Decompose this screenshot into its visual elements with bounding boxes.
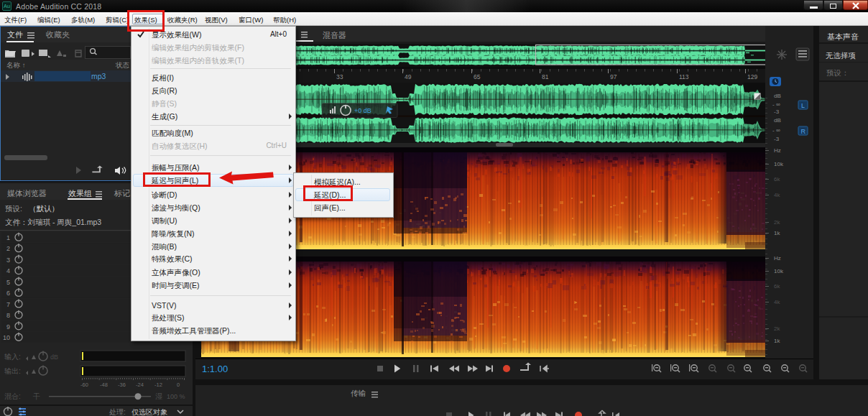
svg-text:3: 3: [6, 256, 10, 264]
svg-text:-60: -60: [80, 382, 88, 388]
svg-text:干: 干: [32, 392, 40, 400]
svg-text:113: 113: [679, 73, 689, 80]
svg-text:65: 65: [474, 73, 481, 80]
svg-text:6k: 6k: [774, 283, 780, 290]
svg-text:7: 7: [6, 301, 10, 308]
svg-text:10k: 10k: [774, 161, 784, 167]
svg-text:- ∞: - ∞: [772, 101, 780, 108]
svg-text:1k: 1k: [774, 230, 780, 236]
svg-text:dB: dB: [50, 353, 58, 361]
svg-text:Hz: Hz: [774, 147, 781, 154]
svg-text:- ∞: - ∞: [772, 127, 780, 134]
svg-text:仅选区对象: 仅选区对象: [131, 408, 167, 416]
svg-text:-12: -12: [154, 382, 162, 388]
svg-text:33: 33: [336, 73, 343, 80]
svg-text:4: 4: [6, 267, 10, 274]
svg-text:L: L: [801, 102, 805, 109]
svg-text:输入:: 输入:: [4, 353, 21, 361]
svg-text:-24: -24: [136, 382, 144, 388]
svg-text:dB: dB: [774, 93, 781, 99]
svg-text:6: 6: [6, 290, 10, 297]
svg-text:+0 dB: +0 dB: [354, 107, 371, 114]
svg-text:2k: 2k: [774, 219, 780, 226]
svg-text:-36: -36: [118, 382, 126, 388]
svg-text:-3: -3: [774, 136, 780, 142]
svg-text:处理:: 处理:: [109, 408, 126, 416]
svg-text:-3: -3: [774, 108, 780, 115]
svg-text:97: 97: [610, 73, 617, 80]
svg-text:6k: 6k: [774, 176, 780, 182]
svg-text:49: 49: [405, 73, 412, 80]
svg-text:9: 9: [6, 323, 10, 331]
svg-text:8: 8: [6, 312, 10, 319]
svg-text:129: 129: [747, 73, 757, 80]
svg-text:1:1.00: 1:1.00: [202, 364, 228, 374]
svg-text:4k: 4k: [774, 192, 780, 198]
svg-text:2: 2: [6, 245, 10, 252]
svg-text:5: 5: [6, 279, 10, 286]
svg-text:湿: 湿: [155, 392, 162, 400]
svg-text:R: R: [801, 128, 806, 135]
svg-text:混合:: 混合:: [4, 392, 21, 400]
svg-text:2k: 2k: [774, 325, 780, 332]
svg-text:dB: dB: [774, 117, 781, 124]
svg-text:输出:: 输出:: [4, 367, 21, 375]
svg-text:0: 0: [177, 382, 180, 388]
svg-text:1: 1: [6, 234, 10, 241]
svg-text:4k: 4k: [774, 299, 780, 305]
svg-text:10k: 10k: [774, 268, 784, 274]
svg-text:81: 81: [542, 73, 549, 80]
svg-text:-48: -48: [100, 382, 108, 388]
svg-text:100 %: 100 %: [167, 393, 185, 400]
svg-text:1k: 1k: [774, 338, 780, 344]
svg-text:10: 10: [3, 334, 10, 341]
svg-text:Hz: Hz: [774, 255, 781, 262]
